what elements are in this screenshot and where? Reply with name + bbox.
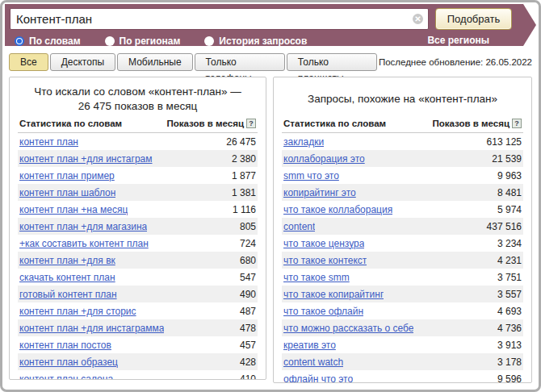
keyword-link[interactable]: что такое цензура <box>283 238 364 249</box>
search-input-wrap: ✕ <box>10 8 429 30</box>
shows-value: 680 <box>235 255 256 266</box>
panel-searched-with-word: Что искали со словом «контент-план» — 26… <box>9 77 266 380</box>
keyword-link[interactable]: что такое офлайн <box>283 306 363 317</box>
table-body: контент план26 475 контент план +для инс… <box>18 133 258 380</box>
shows-value: 2 380 <box>227 153 256 165</box>
shows-value: 3 557 <box>493 289 522 300</box>
keyword-link[interactable]: smm что это <box>283 170 339 181</box>
shows-value: 1 877 <box>227 170 256 181</box>
device-tabbar: Все Десктопы Мобильные Только телефоны Т… <box>9 52 533 71</box>
results-area: Что искали со словом «контент-план» — 26… <box>9 77 532 383</box>
table-row: готовый контент план490 <box>18 286 258 302</box>
keyword-link[interactable]: скачать контент план <box>19 272 115 283</box>
shows-value: 9 963 <box>493 170 522 181</box>
keyword-link[interactable]: контент план образец <box>19 357 118 368</box>
window-frame: ✕ Подобрать По словам По регионам Истори… <box>0 0 541 392</box>
shows-value: 5 974 <box>493 204 522 215</box>
keyword-link[interactable]: контент план шаблон <box>19 187 115 198</box>
table-row: контент план салона410 <box>18 370 258 380</box>
radio-selected-icon[interactable] <box>15 36 24 46</box>
keyword-link[interactable]: контент план салона <box>19 373 113 381</box>
keyword-link[interactable]: контент план +для сторис <box>19 306 136 317</box>
shows-value: 26 475 <box>221 136 256 148</box>
shows-value: 3 913 <box>493 340 522 351</box>
shows-value: 410 <box>235 373 256 381</box>
radio-icon[interactable] <box>105 36 115 46</box>
table-row: контент план +для сторис487 <box>18 302 258 319</box>
table-row: контент план образец428 <box>18 353 258 370</box>
help-icon[interactable]: ? <box>512 119 522 128</box>
col-keyword-label: Статистика по словам <box>283 119 386 128</box>
keyword-link[interactable]: content <box>283 221 315 232</box>
panel-title: Что искали со словом «контент-план» — 26… <box>18 82 258 116</box>
table-row: креатив это3 913 <box>282 336 523 353</box>
mode-by-regions[interactable]: По регионам <box>105 35 181 47</box>
mode-by-words[interactable]: По словам <box>15 35 81 47</box>
keyword-link[interactable]: content watch <box>283 357 343 368</box>
keyword-link[interactable]: контент план +для вк <box>19 255 115 266</box>
search-input[interactable] <box>10 8 429 30</box>
panel-similar-queries: Запросы, похожие на «контент-план» Стати… <box>273 77 532 383</box>
radio-icon[interactable] <box>204 36 214 46</box>
shows-value: 3 234 <box>493 238 522 249</box>
keyword-link[interactable]: контент план +для инстаграм <box>19 153 153 165</box>
table-row: smm что это9 963 <box>282 167 523 184</box>
table-row: закладки613 125 <box>282 133 523 150</box>
last-update-text: Последнее обновление: 26.05.2022 <box>379 57 533 67</box>
keyword-link[interactable]: коллаборация это <box>283 153 365 165</box>
shows-value: 805 <box>235 221 256 232</box>
shows-value: 3 751 <box>493 272 522 283</box>
mode-query-history[interactable]: История запросов <box>204 35 307 47</box>
keyword-link[interactable]: контент план +на месяц <box>19 204 128 215</box>
shows-value: 428 <box>235 357 256 368</box>
shows-value: 1 381 <box>227 187 256 198</box>
shows-value: 4 693 <box>493 306 522 317</box>
table-row: что можно рассказать о себе4 736 <box>282 319 523 336</box>
keyword-link[interactable]: что такое коллаборация <box>283 204 392 215</box>
shows-value: 1 116 <box>228 204 256 215</box>
tab-all[interactable]: Все <box>9 53 48 71</box>
table-row: контент план постов457 <box>18 336 258 353</box>
panel-title: Запросы, похожие на «контент-план» <box>282 82 523 116</box>
keyword-link[interactable]: закладки <box>283 136 324 148</box>
submit-button[interactable]: Подобрать <box>435 8 512 30</box>
keyword-link[interactable]: что такое копирайтинг <box>283 289 384 300</box>
tab-tablets-only[interactable]: Только планшеты <box>287 53 377 71</box>
table-row: контент план26 475 <box>18 133 258 150</box>
shows-value: 4 736 <box>493 323 522 334</box>
table-row: копирайтинг это8 481 <box>282 184 523 201</box>
keyword-link[interactable]: что такое контекст <box>283 255 367 266</box>
col-keyword-label: Статистика по словам <box>19 119 122 128</box>
shows-value: 724 <box>235 238 256 249</box>
help-icon[interactable]: ? <box>246 119 256 128</box>
keyword-link[interactable]: что можно рассказать о себе <box>283 323 413 334</box>
shows-value: 437 516 <box>482 221 522 232</box>
table-row: контент план пример1 877 <box>18 167 258 184</box>
mode-by-regions-label: По регионам <box>120 35 181 47</box>
tab-mobile[interactable]: Мобильные <box>117 53 193 71</box>
col-shows-label: Показов в месяц <box>167 119 245 128</box>
keyword-link[interactable]: офлайн что это <box>283 373 353 384</box>
keyword-link[interactable]: контент план <box>19 136 78 148</box>
keyword-link[interactable]: +как составить контент план <box>19 238 149 249</box>
table-row: что такое контекст4 231 <box>282 252 523 269</box>
keyword-link[interactable]: контент план пример <box>19 170 115 181</box>
shows-value: 21 539 <box>487 153 522 165</box>
tab-phones-only[interactable]: Только телефоны <box>195 53 285 71</box>
keyword-link[interactable]: креатив это <box>283 340 336 351</box>
keyword-link[interactable]: копирайтинг это <box>283 187 356 198</box>
shows-value: 8 481 <box>493 187 522 198</box>
keyword-link[interactable]: контент план +для магазина <box>19 221 147 232</box>
clear-search-icon[interactable]: ✕ <box>413 14 423 24</box>
search-row: ✕ Подобрать <box>10 8 530 30</box>
keyword-link[interactable]: контент план постов <box>19 340 111 351</box>
keyword-link[interactable]: контент план +для инстаграмма <box>19 323 164 334</box>
tab-desktops[interactable]: Десктопы <box>50 53 115 71</box>
table-row: content watch3 178 <box>282 353 523 370</box>
keyword-link[interactable]: готовый контент план <box>19 289 117 300</box>
keyword-link[interactable]: что такое smm <box>283 272 350 283</box>
all-regions-link[interactable]: Все регионы <box>427 35 489 48</box>
table-row: content437 516 <box>282 218 523 235</box>
mode-query-history-label: История запросов <box>219 35 307 47</box>
table-row: контент план +для инстаграм2 380 <box>18 150 258 167</box>
